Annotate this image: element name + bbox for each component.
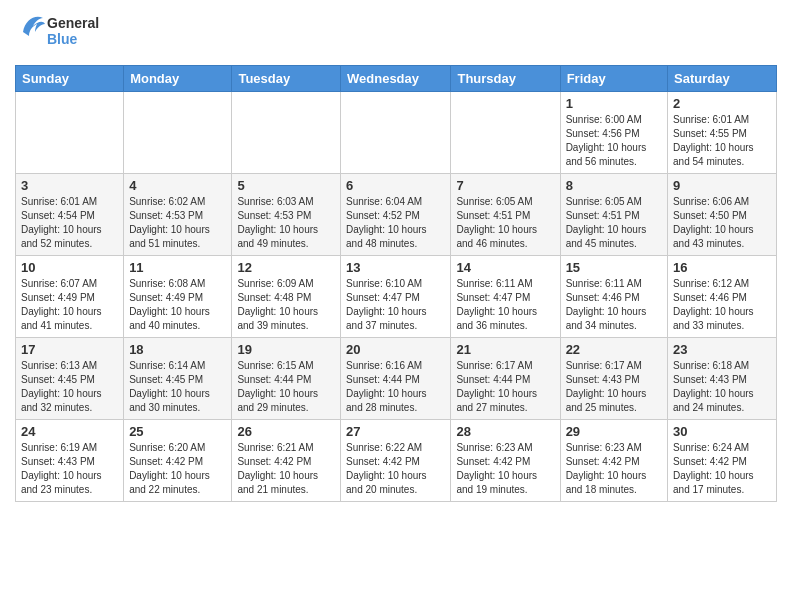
- day-number: 30: [673, 424, 771, 439]
- day-cell: [232, 92, 341, 174]
- day-cell: 27Sunrise: 6:22 AM Sunset: 4:42 PM Dayli…: [341, 420, 451, 502]
- day-info: Sunrise: 6:14 AM Sunset: 4:45 PM Dayligh…: [129, 359, 226, 415]
- day-number: 17: [21, 342, 118, 357]
- day-info: Sunrise: 6:09 AM Sunset: 4:48 PM Dayligh…: [237, 277, 335, 333]
- day-cell: [124, 92, 232, 174]
- day-cell: 18Sunrise: 6:14 AM Sunset: 4:45 PM Dayli…: [124, 338, 232, 420]
- day-number: 2: [673, 96, 771, 111]
- svg-text:General: General: [47, 15, 99, 31]
- week-row-1: 1Sunrise: 6:00 AM Sunset: 4:56 PM Daylig…: [16, 92, 777, 174]
- day-cell: 17Sunrise: 6:13 AM Sunset: 4:45 PM Dayli…: [16, 338, 124, 420]
- weekday-header-monday: Monday: [124, 66, 232, 92]
- day-cell: 1Sunrise: 6:00 AM Sunset: 4:56 PM Daylig…: [560, 92, 667, 174]
- day-number: 9: [673, 178, 771, 193]
- day-info: Sunrise: 6:05 AM Sunset: 4:51 PM Dayligh…: [456, 195, 554, 251]
- day-info: Sunrise: 6:10 AM Sunset: 4:47 PM Dayligh…: [346, 277, 445, 333]
- day-number: 4: [129, 178, 226, 193]
- day-cell: 21Sunrise: 6:17 AM Sunset: 4:44 PM Dayli…: [451, 338, 560, 420]
- day-cell: 22Sunrise: 6:17 AM Sunset: 4:43 PM Dayli…: [560, 338, 667, 420]
- day-number: 26: [237, 424, 335, 439]
- day-cell: 8Sunrise: 6:05 AM Sunset: 4:51 PM Daylig…: [560, 174, 667, 256]
- weekday-header-friday: Friday: [560, 66, 667, 92]
- svg-text:Blue: Blue: [47, 31, 78, 47]
- day-info: Sunrise: 6:16 AM Sunset: 4:44 PM Dayligh…: [346, 359, 445, 415]
- day-cell: 28Sunrise: 6:23 AM Sunset: 4:42 PM Dayli…: [451, 420, 560, 502]
- weekday-header-row: SundayMondayTuesdayWednesdayThursdayFrid…: [16, 66, 777, 92]
- day-info: Sunrise: 6:24 AM Sunset: 4:42 PM Dayligh…: [673, 441, 771, 497]
- day-info: Sunrise: 6:03 AM Sunset: 4:53 PM Dayligh…: [237, 195, 335, 251]
- day-info: Sunrise: 6:01 AM Sunset: 4:55 PM Dayligh…: [673, 113, 771, 169]
- day-cell: 19Sunrise: 6:15 AM Sunset: 4:44 PM Dayli…: [232, 338, 341, 420]
- day-cell: 5Sunrise: 6:03 AM Sunset: 4:53 PM Daylig…: [232, 174, 341, 256]
- day-info: Sunrise: 6:02 AM Sunset: 4:53 PM Dayligh…: [129, 195, 226, 251]
- day-cell: 26Sunrise: 6:21 AM Sunset: 4:42 PM Dayli…: [232, 420, 341, 502]
- day-number: 3: [21, 178, 118, 193]
- day-number: 24: [21, 424, 118, 439]
- day-info: Sunrise: 6:07 AM Sunset: 4:49 PM Dayligh…: [21, 277, 118, 333]
- day-number: 5: [237, 178, 335, 193]
- week-row-2: 3Sunrise: 6:01 AM Sunset: 4:54 PM Daylig…: [16, 174, 777, 256]
- day-number: 21: [456, 342, 554, 357]
- week-row-4: 17Sunrise: 6:13 AM Sunset: 4:45 PM Dayli…: [16, 338, 777, 420]
- day-number: 11: [129, 260, 226, 275]
- day-number: 23: [673, 342, 771, 357]
- day-info: Sunrise: 6:05 AM Sunset: 4:51 PM Dayligh…: [566, 195, 662, 251]
- day-info: Sunrise: 6:17 AM Sunset: 4:44 PM Dayligh…: [456, 359, 554, 415]
- day-info: Sunrise: 6:20 AM Sunset: 4:42 PM Dayligh…: [129, 441, 226, 497]
- day-cell: [341, 92, 451, 174]
- day-info: Sunrise: 6:11 AM Sunset: 4:46 PM Dayligh…: [566, 277, 662, 333]
- day-cell: 2Sunrise: 6:01 AM Sunset: 4:55 PM Daylig…: [668, 92, 777, 174]
- day-number: 27: [346, 424, 445, 439]
- day-number: 19: [237, 342, 335, 357]
- day-info: Sunrise: 6:04 AM Sunset: 4:52 PM Dayligh…: [346, 195, 445, 251]
- logo-svg: GeneralBlue: [15, 10, 105, 55]
- day-info: Sunrise: 6:23 AM Sunset: 4:42 PM Dayligh…: [566, 441, 662, 497]
- day-cell: 16Sunrise: 6:12 AM Sunset: 4:46 PM Dayli…: [668, 256, 777, 338]
- day-number: 6: [346, 178, 445, 193]
- day-info: Sunrise: 6:19 AM Sunset: 4:43 PM Dayligh…: [21, 441, 118, 497]
- day-number: 15: [566, 260, 662, 275]
- day-info: Sunrise: 6:23 AM Sunset: 4:42 PM Dayligh…: [456, 441, 554, 497]
- day-cell: 12Sunrise: 6:09 AM Sunset: 4:48 PM Dayli…: [232, 256, 341, 338]
- week-row-3: 10Sunrise: 6:07 AM Sunset: 4:49 PM Dayli…: [16, 256, 777, 338]
- day-info: Sunrise: 6:00 AM Sunset: 4:56 PM Dayligh…: [566, 113, 662, 169]
- logo: GeneralBlue: [15, 10, 105, 55]
- day-number: 13: [346, 260, 445, 275]
- weekday-header-saturday: Saturday: [668, 66, 777, 92]
- week-row-5: 24Sunrise: 6:19 AM Sunset: 4:43 PM Dayli…: [16, 420, 777, 502]
- day-cell: [16, 92, 124, 174]
- weekday-header-sunday: Sunday: [16, 66, 124, 92]
- day-cell: 25Sunrise: 6:20 AM Sunset: 4:42 PM Dayli…: [124, 420, 232, 502]
- day-cell: 24Sunrise: 6:19 AM Sunset: 4:43 PM Dayli…: [16, 420, 124, 502]
- page-header: GeneralBlue: [15, 10, 777, 55]
- day-number: 8: [566, 178, 662, 193]
- day-cell: 7Sunrise: 6:05 AM Sunset: 4:51 PM Daylig…: [451, 174, 560, 256]
- day-number: 10: [21, 260, 118, 275]
- day-cell: 13Sunrise: 6:10 AM Sunset: 4:47 PM Dayli…: [341, 256, 451, 338]
- day-number: 16: [673, 260, 771, 275]
- day-number: 7: [456, 178, 554, 193]
- day-cell: 30Sunrise: 6:24 AM Sunset: 4:42 PM Dayli…: [668, 420, 777, 502]
- day-cell: 15Sunrise: 6:11 AM Sunset: 4:46 PM Dayli…: [560, 256, 667, 338]
- day-info: Sunrise: 6:06 AM Sunset: 4:50 PM Dayligh…: [673, 195, 771, 251]
- day-cell: 9Sunrise: 6:06 AM Sunset: 4:50 PM Daylig…: [668, 174, 777, 256]
- day-cell: 10Sunrise: 6:07 AM Sunset: 4:49 PM Dayli…: [16, 256, 124, 338]
- day-info: Sunrise: 6:18 AM Sunset: 4:43 PM Dayligh…: [673, 359, 771, 415]
- day-number: 18: [129, 342, 226, 357]
- day-number: 25: [129, 424, 226, 439]
- day-cell: 4Sunrise: 6:02 AM Sunset: 4:53 PM Daylig…: [124, 174, 232, 256]
- day-number: 14: [456, 260, 554, 275]
- weekday-header-wednesday: Wednesday: [341, 66, 451, 92]
- day-cell: 29Sunrise: 6:23 AM Sunset: 4:42 PM Dayli…: [560, 420, 667, 502]
- day-cell: [451, 92, 560, 174]
- day-cell: 23Sunrise: 6:18 AM Sunset: 4:43 PM Dayli…: [668, 338, 777, 420]
- day-info: Sunrise: 6:15 AM Sunset: 4:44 PM Dayligh…: [237, 359, 335, 415]
- day-info: Sunrise: 6:11 AM Sunset: 4:47 PM Dayligh…: [456, 277, 554, 333]
- day-info: Sunrise: 6:13 AM Sunset: 4:45 PM Dayligh…: [21, 359, 118, 415]
- day-info: Sunrise: 6:01 AM Sunset: 4:54 PM Dayligh…: [21, 195, 118, 251]
- day-cell: 3Sunrise: 6:01 AM Sunset: 4:54 PM Daylig…: [16, 174, 124, 256]
- day-info: Sunrise: 6:21 AM Sunset: 4:42 PM Dayligh…: [237, 441, 335, 497]
- day-cell: 6Sunrise: 6:04 AM Sunset: 4:52 PM Daylig…: [341, 174, 451, 256]
- day-number: 28: [456, 424, 554, 439]
- weekday-header-thursday: Thursday: [451, 66, 560, 92]
